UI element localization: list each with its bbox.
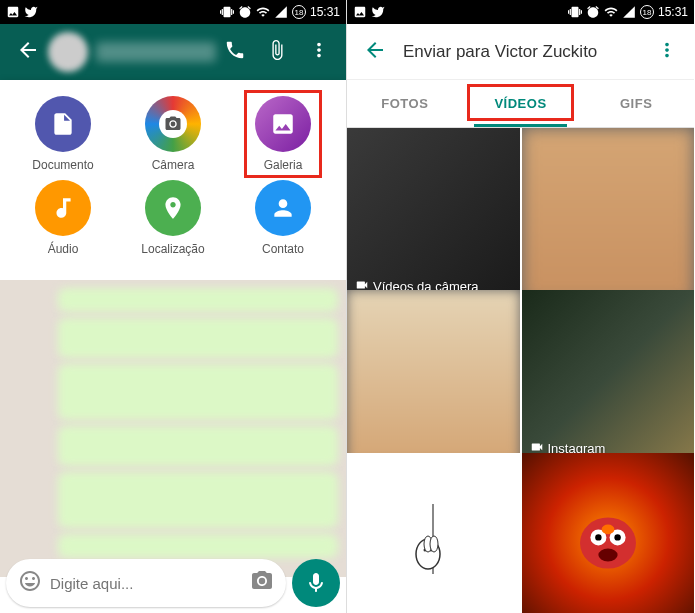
menu-button[interactable] <box>300 31 338 73</box>
attach-document[interactable]: Documento <box>18 96 108 172</box>
mic-button[interactable] <box>292 559 340 607</box>
svg-point-9 <box>595 534 601 540</box>
attach-gallery[interactable]: Galeria <box>238 96 328 172</box>
svg-point-11 <box>601 525 614 535</box>
attach-location-label: Localização <box>141 242 204 256</box>
message-bubble[interactable] <box>58 288 339 312</box>
attach-camera-label: Câmera <box>152 158 195 172</box>
message-bubble[interactable] <box>58 364 339 420</box>
emoji-icon[interactable] <box>18 569 42 597</box>
notification-badge: 18 <box>292 5 306 19</box>
status-time: 15:31 <box>658 5 688 19</box>
video-thumbnail[interactable] <box>522 453 695 613</box>
media-tabs: FOTOS VÍDEOS GIFS <box>347 80 694 128</box>
message-input-bar <box>6 559 340 607</box>
twitter-icon <box>371 5 385 19</box>
message-bubble[interactable] <box>58 318 339 358</box>
message-input-field[interactable] <box>6 559 286 607</box>
attach-audio[interactable]: Áudio <box>18 180 108 256</box>
attach-contact[interactable]: Contato <box>238 180 328 256</box>
contact-avatar[interactable] <box>48 32 88 72</box>
vibrate-icon <box>568 5 582 19</box>
alarm-icon <box>586 5 600 19</box>
wifi-icon <box>256 5 270 19</box>
chat-header <box>0 24 346 80</box>
status-time: 15:31 <box>310 5 340 19</box>
image-icon <box>353 5 367 19</box>
tab-videos[interactable]: VÍDEOS <box>463 80 579 127</box>
chat-messages[interactable] <box>0 280 346 577</box>
svg-point-5 <box>430 536 438 552</box>
attach-contact-label: Contato <box>262 242 304 256</box>
call-button[interactable] <box>216 31 254 73</box>
attach-location[interactable]: Localização <box>128 180 218 256</box>
back-button[interactable] <box>355 30 395 74</box>
video-thumbnail[interactable] <box>347 290 520 463</box>
highlight-videos-tab <box>467 84 575 121</box>
video-thumbnail[interactable] <box>522 128 695 301</box>
twitter-icon <box>24 5 38 19</box>
gallery-grid: Vídeos da câmera Instagram <box>347 128 694 613</box>
attach-camera[interactable]: Câmera <box>128 96 218 172</box>
contact-name[interactable] <box>96 42 216 62</box>
tab-gifs[interactable]: GIFS <box>578 80 694 127</box>
svg-point-12 <box>598 549 617 562</box>
attach-audio-label: Áudio <box>48 242 79 256</box>
image-icon <box>6 5 20 19</box>
folder-camera-videos[interactable]: Vídeos da câmera <box>347 128 520 301</box>
status-bar: 18 15:31 <box>0 0 346 24</box>
back-button[interactable] <box>8 30 48 74</box>
tab-fotos[interactable]: FOTOS <box>347 80 463 127</box>
video-thumbnail[interactable] <box>347 453 520 613</box>
camera-icon[interactable] <box>250 569 274 597</box>
message-input[interactable] <box>50 575 242 592</box>
signal-icon <box>274 5 288 19</box>
alarm-icon <box>238 5 252 19</box>
vibrate-icon <box>220 5 234 19</box>
message-bubble[interactable] <box>58 472 339 528</box>
message-bubble[interactable] <box>58 534 339 558</box>
svg-point-10 <box>614 534 620 540</box>
picker-header: Enviar para Victor Zuckito <box>347 24 694 80</box>
notification-badge: 18 <box>640 5 654 19</box>
attach-document-label: Documento <box>32 158 93 172</box>
status-bar: 18 15:31 <box>347 0 694 24</box>
attachment-panel: Documento Câmera Galeria <box>0 80 346 280</box>
highlight-gallery <box>244 90 322 178</box>
signal-icon <box>622 5 636 19</box>
attach-button[interactable] <box>258 31 296 73</box>
wifi-icon <box>604 5 618 19</box>
picker-title: Enviar para Victor Zuckito <box>403 42 648 62</box>
menu-button[interactable] <box>648 31 686 73</box>
message-bubble[interactable] <box>58 426 339 466</box>
folder-instagram[interactable]: Instagram <box>522 290 695 463</box>
